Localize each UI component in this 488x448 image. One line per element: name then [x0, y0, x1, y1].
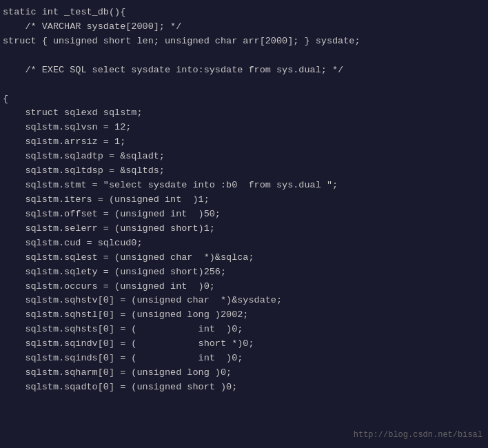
code-line: sqlstm.sqharm[0] = (unsigned long )0; [3, 366, 485, 380]
code-block: static int _test_db(){ /* VARCHAR sysdat… [3, 6, 485, 395]
code-line: sqlstm.sqlest = (unsigned char *)&sqlca; [3, 251, 485, 265]
code-line: sqlstm.sqlvsn = 12; [3, 121, 485, 135]
code-line: sqlstm.sqhsts[0] = ( int )0; [3, 323, 485, 337]
code-line: sqlstm.cud = sqlcud0; [3, 236, 485, 251]
code-line: /* EXEC SQL select sysdate into:sysdate … [3, 63, 485, 78]
code-line [3, 49, 485, 63]
code-line: sqlstm.sqhstv[0] = (unsigned char *)&sys… [3, 294, 485, 308]
code-line: sqlstm.sqindv[0] = ( short *)0; [3, 337, 485, 352]
code-container: static int _test_db(){ /* VARCHAR sysdat… [0, 0, 488, 448]
code-line: struct { unsigned short len; unsigned ch… [3, 34, 485, 49]
code-line: sqlstm.iters = (unsigned int )1; [3, 193, 485, 207]
code-line: sqlstm.sqlety = (unsigned short)256; [3, 265, 485, 280]
code-line: sqlstm.sqladtp = &sqladt; [3, 150, 485, 164]
code-line: /* VARCHAR sysdate[2000]; */ [3, 20, 485, 34]
code-line: sqlstm.sqhstl[0] = (unsigned long )2002; [3, 308, 485, 323]
code-line [3, 78, 485, 92]
code-line: sqlstm.occurs = (unsigned int )0; [3, 280, 485, 294]
code-line: struct sqlexd sqlstm; [3, 106, 485, 121]
code-line: sqlstm.offset = (unsigned int )50; [3, 207, 485, 222]
code-line: sqlstm.sqadto[0] = (unsigned short )0; [3, 380, 485, 395]
code-line: sqlstm.selerr = (unsigned short)1; [3, 222, 485, 236]
code-line: { [3, 92, 485, 107]
code-line: sqlstm.sqltdsp = &sqltds; [3, 164, 485, 179]
code-line: static int _test_db(){ [3, 6, 485, 20]
watermark: http://blog.csdn.net/bisal [354, 430, 482, 440]
code-line: sqlstm.stmt = "select sysdate into :b0 f… [3, 179, 485, 193]
code-line: sqlstm.arrsiz = 1; [3, 135, 485, 150]
code-line: sqlstm.sqinds[0] = ( int )0; [3, 352, 485, 366]
